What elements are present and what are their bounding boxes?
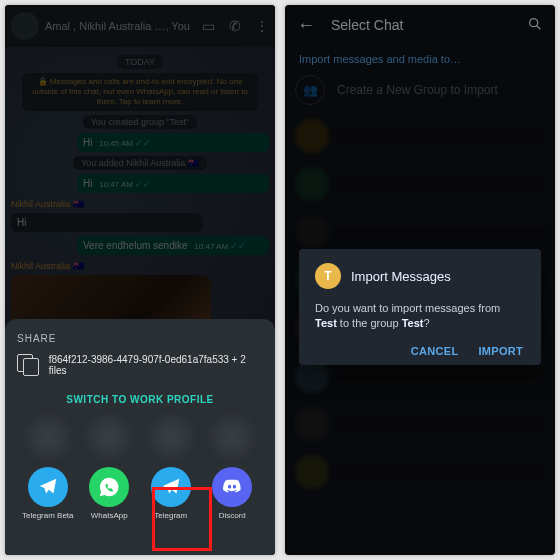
switch-work-profile-button[interactable]: SWITCH TO WORK PROFILE bbox=[66, 394, 213, 405]
cancel-button[interactable]: CANCEL bbox=[411, 345, 459, 357]
highlight-box bbox=[152, 487, 212, 551]
share-file-row[interactable]: f864f212-3986-4479-907f-0ed61a7fa533 + 2… bbox=[17, 354, 263, 376]
group-avatar[interactable] bbox=[11, 12, 39, 40]
whatsapp-chat-header: Amal , Nikhil Australia …, You ▭ ✆ ⋮ bbox=[5, 5, 275, 47]
files-icon bbox=[17, 354, 39, 376]
share-target-whatsapp[interactable]: WhatsApp bbox=[80, 467, 138, 520]
outgoing-bubble[interactable]: Vere endhelum sendike 10:47 AM✓✓ bbox=[77, 236, 269, 255]
telegram-icon bbox=[28, 467, 68, 507]
android-share-sheet: SHARE f864f212-3986-4479-907f-0ed61a7fa5… bbox=[5, 319, 275, 555]
share-target-blurred[interactable] bbox=[87, 415, 131, 459]
overflow-menu-icon[interactable]: ⋮ bbox=[255, 18, 269, 34]
system-message: You created group "Test" bbox=[83, 115, 198, 129]
import-button[interactable]: IMPORT bbox=[478, 345, 523, 357]
share-target-blurred[interactable] bbox=[210, 415, 254, 459]
phone-left-whatsapp: Amal , Nikhil Australia …, You ▭ ✆ ⋮ TOD… bbox=[5, 5, 275, 555]
share-targets-row-1 bbox=[17, 415, 263, 459]
share-targets-row-2: Telegram Beta WhatsApp Telegram Discord bbox=[17, 467, 263, 522]
outgoing-bubble[interactable]: Hi 10:45 AM✓✓ bbox=[77, 133, 269, 152]
outgoing-bubble[interactable]: Hi 10:47 AM✓✓ bbox=[77, 174, 269, 193]
sender-name: Nikhil Australia 🇦🇺 bbox=[11, 199, 269, 209]
share-target-telegram-beta[interactable]: Telegram Beta bbox=[19, 467, 77, 520]
incoming-bubble[interactable]: Hi bbox=[11, 213, 203, 232]
system-message: You added Nikhil Australia 🇦🇺 bbox=[73, 156, 207, 170]
sender-name: Nikhil Australia 🇦🇺 bbox=[11, 261, 269, 271]
date-pill: TODAY bbox=[117, 55, 163, 69]
encryption-notice[interactable]: 🔒 Messages and calls are end-to-end encr… bbox=[22, 73, 258, 111]
read-ticks-icon: ✓✓ bbox=[135, 138, 151, 148]
read-ticks-icon: ✓✓ bbox=[135, 179, 151, 189]
share-label: SHARE bbox=[17, 333, 263, 344]
voice-call-icon[interactable]: ✆ bbox=[229, 18, 241, 34]
share-target-blurred[interactable] bbox=[149, 415, 193, 459]
share-filename: f864f212-3986-4479-907f-0ed61a7fa533 + 2… bbox=[49, 354, 263, 376]
read-ticks-icon: ✓✓ bbox=[230, 241, 246, 251]
whatsapp-icon bbox=[89, 467, 129, 507]
dialog-avatar: T bbox=[315, 263, 341, 289]
share-target-blurred[interactable] bbox=[26, 415, 70, 459]
chat-title[interactable]: Amal , Nikhil Australia …, You bbox=[45, 20, 190, 32]
phone-right-telegram: ← Select Chat Import messages and media … bbox=[285, 5, 555, 555]
discord-icon bbox=[212, 467, 252, 507]
dialog-body: Do you want to import messages from Test… bbox=[315, 301, 525, 331]
dialog-title: Import Messages bbox=[351, 269, 451, 284]
video-call-icon[interactable]: ▭ bbox=[202, 18, 215, 34]
import-messages-dialog: T Import Messages Do you want to import … bbox=[299, 249, 541, 365]
